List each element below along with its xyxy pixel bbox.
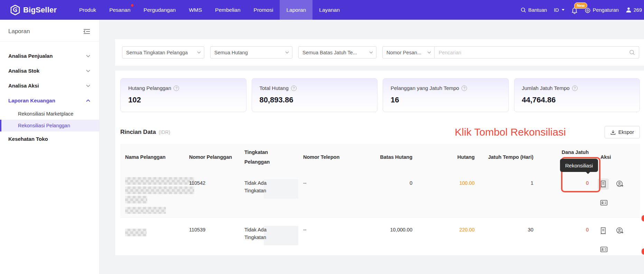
- col-hutang: Hutang: [419, 144, 482, 171]
- col-batas-hutang: Batas Hutang: [350, 144, 419, 171]
- brand-name: BigSeller: [23, 6, 57, 15]
- due-amount-cell: 0: [540, 218, 596, 256]
- stat-value: 16: [391, 95, 501, 104]
- sidebar-menu: Analisa Penjualan Analisa Stok Analisa A…: [0, 42, 99, 146]
- debt-filter-select[interactable]: Semua Hutang: [210, 46, 292, 58]
- help-button[interactable]: Bantuan: [521, 7, 547, 13]
- sidebar: Laporan Analisa Penjualan Analisa Stok A…: [0, 20, 100, 274]
- receipt-icon: [600, 180, 607, 188]
- sidebar-item-analisa-stok[interactable]: Analisa Stok: [0, 63, 99, 78]
- nav-item-pembelian[interactable]: Pembelian: [208, 0, 247, 20]
- chevron-down-icon: [427, 51, 431, 54]
- sidebar-item-analisa-aksi[interactable]: Analisa Aksi: [0, 78, 99, 93]
- debt-cell: 220.00: [419, 218, 482, 256]
- help-icon[interactable]: ?: [174, 85, 179, 91]
- stat-card-jumlah-jatuh-tempo: Jumlah Jatuh Tempo? 44,764.86: [514, 78, 640, 112]
- new-badge: New: [574, 2, 588, 9]
- id-card-icon: [600, 246, 608, 253]
- actions-cell: [596, 218, 640, 256]
- stat-cards: Hutang Pelanggan? 102 Total Hutang? 80,8…: [120, 78, 640, 112]
- due-amount-cell: 0: [540, 171, 596, 218]
- settings-button[interactable]: Pengaturan: [585, 7, 619, 13]
- sidebar-title: Laporan: [8, 28, 30, 35]
- customer-name-redacted: [120, 218, 184, 256]
- phone-cell: --: [298, 218, 350, 256]
- tier-filter-select[interactable]: Semua Tingkatan Pelangga: [122, 46, 204, 58]
- add-debt-button[interactable]: [614, 225, 625, 236]
- chevron-down-icon: [86, 55, 90, 57]
- stat-card-pelanggan-jatuh-tempo: Pelanggan yang Jatuh Tempo? 16: [383, 78, 509, 112]
- sidebar-item-laporan-keuangan[interactable]: Laporan Keuangan: [0, 93, 99, 108]
- collapse-sidebar-icon[interactable]: [83, 29, 90, 34]
- nav-item-layanan[interactable]: Layanan: [312, 0, 346, 20]
- main-menu: Produk Pesanan Pergudangan WMS Pembelian…: [73, 0, 346, 20]
- stat-value: 102: [128, 95, 239, 104]
- tier-cell: Tidak Ada Tingkatan: [240, 171, 298, 218]
- sidebar-item-kesehatan-toko[interactable]: Kesehatan Toko: [0, 131, 99, 146]
- sidebar-item-rekonsiliasi-marketplace[interactable]: Rekonsiliasi Marketplace: [0, 108, 99, 120]
- language-selector[interactable]: ID: [554, 7, 564, 13]
- customer-name-redacted: [120, 171, 184, 218]
- cutoff-red-element: [642, 215, 644, 221]
- customer-no-cell: 110539: [184, 218, 240, 256]
- nav-item-laporan[interactable]: Laporan: [280, 0, 312, 20]
- download-icon: [610, 130, 616, 135]
- col-nama-pelanggan: Nama Pelanggan: [120, 144, 184, 171]
- content-panel: Hutang Pelanggan? 102 Total Hutang? 80,8…: [115, 71, 644, 255]
- debt-cell: 100.00: [419, 171, 482, 218]
- stat-value: 44,764.86: [522, 95, 632, 104]
- help-icon[interactable]: ?: [572, 85, 578, 91]
- navbar-right: Bantuan ID New Pengaturan 269: [521, 0, 644, 20]
- nav-item-pergudangan[interactable]: Pergudangan: [137, 0, 182, 20]
- main-content: Semua Tingkatan Pelangga Semua Hutang Se…: [100, 20, 644, 274]
- bigseller-brand[interactable]: BigSeller: [0, 0, 73, 20]
- due-days-cell: 30: [482, 218, 540, 256]
- id-card-icon: [600, 199, 608, 206]
- stat-value: 80,893.86: [260, 95, 370, 104]
- help-icon[interactable]: ?: [291, 85, 297, 91]
- notification-dot: [131, 4, 133, 7]
- table-row: 110539 Tidak Ada Tingkatan -- 10,000.00 …: [120, 218, 640, 256]
- notifications-button[interactable]: New: [571, 6, 578, 14]
- due-filter-select[interactable]: Semua Batas Jatuh Te...: [298, 46, 376, 58]
- chevron-down-icon: [197, 51, 201, 54]
- export-button[interactable]: Ekspor: [605, 126, 640, 138]
- filter-bar: Semua Tingkatan Pelangga Semua Hutang Se…: [115, 39, 644, 66]
- reconcile-button[interactable]: [598, 179, 609, 190]
- person-add-icon: [616, 227, 624, 235]
- search-icon: [521, 7, 526, 13]
- actions-cell: [596, 171, 640, 218]
- nav-item-produk[interactable]: Produk: [73, 0, 103, 20]
- chevron-down-icon: [86, 70, 90, 72]
- nav-item-pesanan[interactable]: Pesanan: [103, 0, 137, 20]
- section-header: Rincian Data (IDR) Klik Tombol Rekonsili…: [120, 125, 640, 140]
- customer-card-button[interactable]: [598, 197, 609, 208]
- search-icon[interactable]: [629, 49, 635, 55]
- customer-card-button[interactable]: [598, 244, 609, 255]
- user-icon: [626, 7, 632, 13]
- col-nomor-telepon: Nomor Telepon: [298, 144, 350, 171]
- nav-item-promosi[interactable]: Promosi: [247, 0, 280, 20]
- cutoff-red-element: [642, 248, 644, 255]
- currency-label: (IDR): [159, 129, 170, 135]
- chevron-down-icon: [562, 9, 564, 11]
- top-navbar: BigSeller Produk Pesanan Pergudangan WMS…: [0, 0, 644, 20]
- phone-cell: --: [298, 171, 350, 218]
- customer-no-cell: 110542: [184, 171, 240, 218]
- user-account[interactable]: 269: [626, 7, 642, 13]
- search-input[interactable]: [435, 46, 639, 58]
- credit-limit-cell: 0: [350, 171, 419, 218]
- nav-item-wms[interactable]: WMS: [182, 0, 208, 20]
- search-type-select[interactable]: Nomor Pesan...: [382, 46, 435, 58]
- sidebar-item-analisa-penjualan[interactable]: Analisa Penjualan: [0, 48, 99, 63]
- add-debt-button[interactable]: [614, 179, 625, 190]
- bigseller-logo-icon: [10, 5, 20, 15]
- chevron-down-icon: [285, 51, 289, 54]
- help-icon[interactable]: ?: [461, 85, 467, 91]
- sidebar-item-rekonsiliasi-pelanggan[interactable]: Rekonsiliasi Pelanggan: [0, 120, 99, 131]
- person-add-icon: [616, 180, 624, 188]
- chevron-down-icon: [369, 51, 373, 54]
- reconcile-button[interactable]: [598, 225, 609, 236]
- due-days-cell: 1: [482, 171, 540, 218]
- col-tingkatan-pelanggan: Tingkatan Pelanggan: [240, 144, 298, 171]
